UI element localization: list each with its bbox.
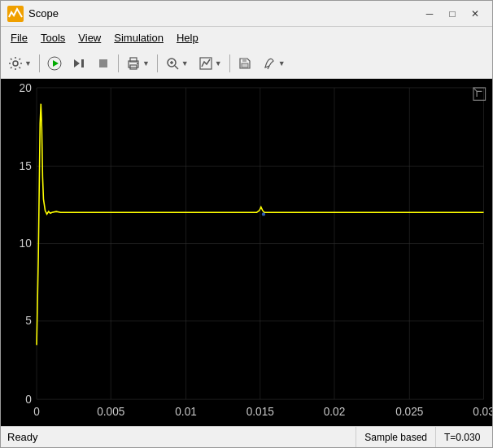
sep2 [118, 54, 119, 72]
style-dropdown-arrow: ▼ [278, 59, 286, 67]
menubar: File Tools View Simulation Help [1, 27, 492, 48]
save-icon [238, 56, 252, 71]
menu-simulation[interactable]: Simulation [107, 30, 170, 46]
svg-text:0.01: 0.01 [175, 405, 197, 418]
zoom-dropdown-arrow: ▼ [181, 59, 189, 67]
svg-text:0: 0 [33, 405, 40, 418]
status-time: T=0.030 [435, 427, 492, 447]
svg-text:5: 5 [25, 314, 32, 327]
scope-plot: 0 0.005 0.01 0.015 0.02 0.025 0.03 0 5 1… [1, 79, 492, 426]
main-window: Scope ─ □ ✕ File Tools View Simulation H… [0, 0, 493, 448]
maximize-button[interactable]: □ [442, 6, 463, 22]
status-right-panel: Sample based T=0.030 [356, 427, 492, 447]
autoscale-dropdown-arrow: ▼ [215, 59, 222, 67]
stop-button[interactable] [92, 52, 115, 75]
svg-text:20: 20 [20, 81, 32, 94]
minimize-button[interactable]: ─ [419, 6, 440, 22]
style-dropdown[interactable]: ▼ [258, 52, 290, 75]
autoscale-dropdown[interactable]: ▼ [194, 52, 226, 75]
close-button[interactable]: ✕ [465, 6, 486, 22]
svg-rect-6 [99, 59, 107, 67]
window-title: Scope [28, 7, 419, 20]
svg-marker-4 [74, 59, 80, 67]
toolbar: ▼ [1, 48, 492, 79]
zoom-dropdown[interactable]: ▼ [161, 52, 193, 75]
print-dropdown-arrow: ▼ [142, 59, 150, 67]
statusbar: Ready Sample based T=0.030 [1, 426, 492, 447]
svg-text:10: 10 [20, 237, 32, 250]
step-icon [72, 56, 86, 71]
status-sample-based: Sample based [356, 427, 435, 447]
menu-view[interactable]: View [72, 30, 107, 46]
menu-tools[interactable]: Tools [34, 30, 72, 46]
svg-text:0.02: 0.02 [324, 405, 346, 418]
zoom-icon [165, 56, 180, 71]
svg-line-12 [175, 66, 178, 69]
menu-help[interactable]: Help [170, 30, 205, 46]
print-icon [126, 56, 141, 71]
svg-text:0.015: 0.015 [246, 405, 274, 418]
svg-marker-3 [53, 60, 59, 67]
svg-text:0.025: 0.025 [395, 405, 423, 418]
svg-text:0.03: 0.03 [473, 405, 492, 418]
plot-area[interactable]: 0 0.005 0.01 0.015 0.02 0.025 0.03 0 5 1… [1, 79, 492, 426]
app-icon [7, 6, 24, 22]
sep4 [229, 54, 230, 72]
print-dropdown[interactable]: ▼ [122, 52, 154, 75]
svg-text:0: 0 [25, 392, 32, 405]
svg-rect-5 [81, 59, 84, 67]
sep3 [157, 54, 158, 72]
run-button[interactable] [43, 52, 66, 75]
save-button[interactable] [233, 52, 256, 75]
svg-text:15: 15 [20, 159, 32, 172]
gear-dropdown-arrow: ▼ [24, 59, 32, 67]
titlebar: Scope ─ □ ✕ [1, 1, 492, 27]
run-icon [47, 56, 62, 71]
sep1 [39, 54, 40, 72]
svg-rect-17 [242, 63, 248, 67]
svg-point-44 [262, 212, 265, 215]
step-button[interactable] [68, 52, 90, 75]
svg-point-10 [137, 63, 138, 64]
menu-file[interactable]: File [4, 30, 34, 46]
gear-icon [8, 56, 23, 71]
svg-rect-19 [1, 79, 492, 426]
svg-point-1 [13, 61, 18, 66]
settings-dropdown[interactable]: ▼ [4, 52, 36, 75]
svg-rect-16 [242, 59, 246, 62]
autoscale-icon [199, 56, 213, 71]
style-icon [262, 56, 277, 71]
status-ready-text: Ready [1, 431, 356, 443]
stop-icon [96, 56, 111, 71]
window-controls: ─ □ ✕ [419, 6, 486, 22]
svg-text:0.005: 0.005 [97, 405, 124, 418]
